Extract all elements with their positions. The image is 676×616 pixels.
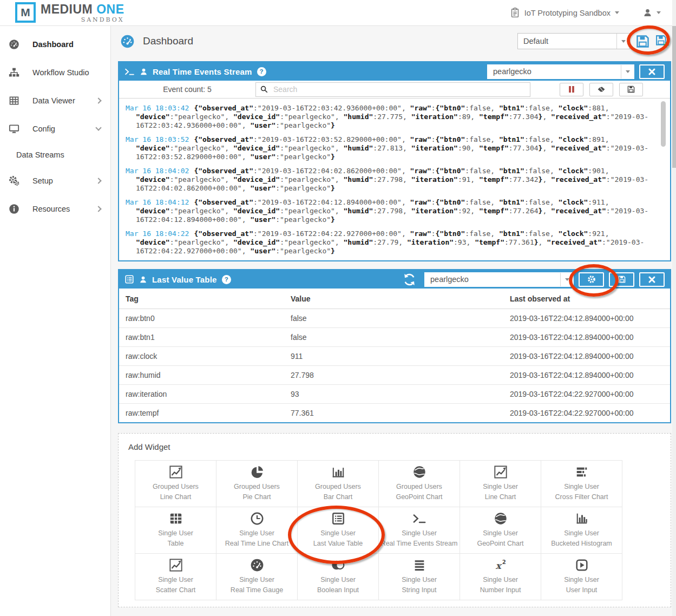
event-log: Mar 16 18:03:42{"observed_at":"2019-03-1… — [119, 99, 670, 260]
close-widget-button[interactable] — [639, 64, 665, 79]
desktop-icon — [9, 123, 21, 134]
pause-stream-button[interactable] — [560, 83, 583, 96]
event-timestamp: Mar 16 18:03:52 — [126, 135, 189, 143]
sidebar-item-config[interactable]: Config — [0, 115, 110, 143]
tag-cell: raw:humid — [119, 366, 284, 385]
save-stream-button[interactable] — [619, 83, 643, 96]
widget-option-single-user-real-time-line-chart[interactable]: Single UserReal Time Line Chart — [216, 507, 297, 553]
widget-option-line1: Single User — [320, 575, 356, 585]
line-chart-icon — [494, 465, 508, 479]
widget-option-grouped-users-pie-chart[interactable]: Grouped UsersPie Chart — [216, 461, 297, 507]
sidebar-item-workflow-studio[interactable]: Workflow Studio — [0, 58, 110, 87]
widget-option-single-user-string-input[interactable]: Single UserString Input — [379, 554, 460, 600]
bar-chart-icon — [331, 465, 345, 479]
widget-option-line2: Line Chart — [160, 492, 192, 502]
column-header-last-observed: Last observed at — [503, 289, 670, 309]
help-icon[interactable]: ? — [222, 275, 231, 284]
table-row: raw:iteration932019-03-16T22:04:22.92700… — [119, 385, 670, 404]
column-header-tag: Tag — [119, 289, 284, 309]
widget-option-single-user-number-input[interactable]: x2Single UserNumber Input — [460, 554, 541, 600]
tag-cell: raw:btn1 — [119, 328, 284, 347]
save-dashboard-as-new-button[interactable] — [655, 35, 669, 48]
widget-option-line2: Number Input — [480, 585, 521, 595]
main-content: Dashboard Default Real Time Events Strea… — [111, 26, 676, 616]
last-observed-cell: 2019-03-16T22:04:22.927000+00:00 — [503, 404, 670, 423]
widget-option-single-user-line-chart[interactable]: Single UserLine Chart — [460, 461, 541, 507]
sidebar-item-dashboard[interactable]: Dashboard — [0, 30, 110, 58]
table-grid-icon — [169, 512, 183, 526]
refresh-button[interactable] — [403, 273, 416, 286]
widget-option-single-user-real-time-events-stream[interactable]: Single UserReal Time Events Stream — [379, 507, 460, 553]
device-select[interactable]: pearlgecko — [487, 64, 634, 79]
last-observed-cell: 2019-03-16T22:04:12.894000+00:00 — [503, 309, 670, 328]
page-scrollbar-thumb[interactable] — [672, 26, 676, 168]
widget-option-single-user-user-input[interactable]: Single UserUser Input — [541, 554, 622, 600]
dashboard-select-value: Default — [518, 37, 616, 45]
widget-option-grouped-users-line-chart[interactable]: Grouped UsersLine Chart — [135, 461, 216, 507]
widget-option-line1: Single User — [320, 528, 356, 539]
clear-stream-button[interactable] — [589, 83, 613, 96]
globe-icon — [494, 512, 508, 526]
dashboard-select[interactable]: Default — [517, 33, 630, 49]
widget-option-single-user-last-value-table[interactable]: Single UserLast Value Table — [298, 507, 378, 553]
help-icon[interactable]: ? — [257, 67, 266, 76]
chevron-down-icon — [95, 124, 101, 130]
user-menu[interactable] — [643, 8, 661, 17]
sidebar-item-setup[interactable]: Setup — [0, 167, 110, 195]
search-input[interactable] — [272, 84, 526, 94]
clipboard-icon — [510, 8, 520, 18]
cross-filter-icon — [575, 465, 589, 479]
log-scrollbar-thumb[interactable] — [661, 101, 666, 147]
event-timestamp: Mar 16 18:04:12 — [126, 198, 189, 206]
chevron-right-icon — [95, 206, 101, 212]
event-log-entry: Mar 16 18:04:12{"observed_at":"2019-03-1… — [126, 198, 652, 224]
brand-subtitle: SANDBOX — [81, 16, 124, 23]
widget-option-single-user-table[interactable]: Single UserTable — [135, 507, 216, 553]
widget-title: Real Time Events Stream — [153, 67, 252, 76]
widget-option-single-user-real-time-gauge[interactable]: Single UserReal Time Gauge — [216, 554, 297, 600]
search-box — [255, 82, 530, 97]
event-timestamp: Mar 16 18:04:02 — [126, 167, 189, 175]
widget-option-single-user-cross-filter-chart[interactable]: Single UserCross Filter Chart — [541, 461, 622, 507]
workspace-selector[interactable]: IoT Prototyping Sandbox — [510, 8, 619, 18]
real-time-events-stream-widget: Real Time Events Stream ? pearlgecko Eve… — [118, 61, 671, 261]
device-select[interactable]: pearlgecko — [424, 272, 574, 287]
last-observed-cell: 2019-03-16T22:04:12.894000+00:00 — [503, 366, 670, 385]
widget-option-line1: Single User — [402, 528, 437, 539]
event-log-entry: Mar 16 18:04:22{"observed_at":"2019-03-1… — [126, 230, 652, 255]
widget-option-grouped-users-bar-chart[interactable]: Grouped UsersBar Chart — [298, 461, 378, 507]
save-widget-button[interactable] — [609, 272, 634, 287]
widget-option-single-user-boolean-input[interactable]: Single UserBoolean Input — [298, 554, 378, 600]
play-button-icon — [575, 558, 589, 572]
list-table-icon — [124, 274, 134, 284]
sidebar-item-data-streams[interactable]: Data Streams — [0, 143, 110, 167]
event-log-entry: Mar 16 18:04:02{"observed_at":"2019-03-1… — [126, 167, 652, 193]
save-dashboard-button[interactable] — [636, 35, 649, 48]
chevron-down-icon — [560, 273, 573, 286]
tag-cell: raw:tempf — [119, 404, 284, 423]
chevron-down-icon — [621, 65, 634, 78]
widget-option-line1: Single User — [239, 528, 274, 539]
text-lines-icon — [412, 558, 426, 572]
widget-option-single-user-geopoint-chart[interactable]: Single UserGeoPoint Chart — [460, 507, 541, 553]
widget-option-line2: Bucketed Histogram — [551, 539, 612, 549]
widget-option-line1: Single User — [564, 575, 599, 585]
widget-option-single-user-scatter-chart[interactable]: Single UserScatter Chart — [135, 554, 216, 600]
close-widget-button[interactable] — [639, 272, 665, 287]
sidebar-item-data-viewer[interactable]: Data Viewer — [0, 87, 110, 115]
widget-option-line2: GeoPoint Chart — [477, 539, 523, 549]
widget-option-line2: Scatter Chart — [156, 585, 196, 595]
last-observed-cell: 2019-03-16T22:04:22.927000+00:00 — [503, 385, 670, 404]
widget-settings-button[interactable] — [579, 272, 604, 287]
widget-option-grouped-users-geopoint-chart[interactable]: Grouped UsersGeoPoint Chart — [379, 461, 460, 507]
line-chart-icon — [169, 465, 183, 479]
gauge-icon — [250, 558, 264, 572]
chevron-down-icon — [657, 11, 661, 14]
gears-icon — [9, 175, 21, 186]
event-count: Event count: 5 — [119, 85, 255, 94]
page-scrollbar[interactable] — [672, 0, 676, 616]
widget-option-line1: Grouped Users — [234, 482, 280, 492]
widget-option-single-user-bucketed-histogram[interactable]: Single UserBucketed Histogram — [541, 507, 622, 553]
chevron-right-icon — [95, 97, 101, 103]
sidebar-item-resources[interactable]: Resources — [0, 195, 110, 223]
